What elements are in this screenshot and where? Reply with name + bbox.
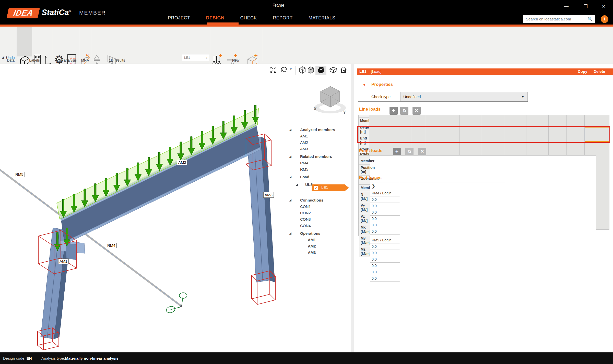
tab-check[interactable]: CHECK — [240, 15, 257, 21]
zoom-extents-icon[interactable] — [270, 66, 277, 74]
home-view-icon[interactable] — [340, 66, 347, 74]
search-input[interactable] — [523, 17, 586, 21]
tree-item[interactable]: ◢ Related members — [288, 153, 352, 160]
group-label-data: Data — [4, 58, 18, 62]
row-expander[interactable]: ❯ — [370, 182, 400, 190]
check-type-select[interactable]: Undefined▼ — [400, 92, 528, 101]
tree-item[interactable]: RM5 — [288, 166, 352, 172]
tree-item[interactable]: ◢ Connections — [288, 197, 352, 203]
column-header: Mz[kNm] — [359, 246, 370, 257]
tree-item[interactable]: ◢ Load — [288, 174, 352, 180]
tree-expand-icon[interactable]: ◢ — [289, 128, 291, 131]
rotate-options-chevron[interactable]: ∨ — [290, 67, 292, 71]
solid-view-icon[interactable] — [317, 66, 325, 74]
beam-am2[interactable] — [60, 123, 261, 244]
tree-item[interactable]: AM3 — [288, 249, 352, 256]
search-box[interactable]: 🔍 — [523, 15, 595, 23]
vz-cell[interactable]: 0.0 — [370, 256, 400, 263]
vy-cell[interactable]: 0.0 — [370, 203, 400, 209]
column-am3[interactable] — [247, 137, 275, 282]
my-cell[interactable]: 0.0 — [370, 269, 400, 275]
members-button[interactable] — [17, 27, 32, 56]
tree-item[interactable]: CON2 — [288, 210, 352, 216]
my-cell[interactable]: 0.0 — [370, 222, 400, 228]
point-loads-title: Point loads — [359, 148, 383, 153]
row-expander[interactable] — [370, 235, 400, 237]
point-loads-add-button[interactable]: + — [393, 148, 401, 156]
tree-expand-icon[interactable]: ◢ — [296, 183, 298, 186]
column-header: Position[m] — [359, 165, 370, 175]
point-loads-copy-button[interactable]: ⧉ — [405, 148, 414, 156]
status-text: Design code: EN Analysis type:Materially… — [3, 356, 119, 360]
end-forces-title: End forces — [359, 175, 382, 180]
logo-statica-text: StatiCa® — [42, 8, 71, 17]
close-button[interactable]: ✕ — [600, 4, 607, 9]
member-cell: RM5 / Begin — [370, 237, 400, 243]
column-header — [359, 182, 370, 185]
clip-view-icon[interactable] — [329, 66, 337, 74]
label-rm5: RM5 — [14, 172, 25, 177]
n-cell[interactable]: 0.0 — [370, 243, 400, 250]
n-cell[interactable]: 0.0 — [370, 196, 400, 203]
tree-item[interactable]: RM4 — [288, 160, 352, 166]
tab-materials[interactable]: MATERIALS — [309, 15, 335, 21]
tree-item[interactable]: ◢ Operations — [288, 230, 352, 237]
idea-logo: IDEA — [7, 8, 40, 18]
tree-item[interactable]: CON1 — [288, 203, 352, 210]
tree-expand-icon[interactable]: ◢ — [289, 175, 291, 178]
tree-item-le1-selected[interactable]: ✓ LE1 — [312, 184, 345, 191]
tree-expand-icon[interactable]: ◢ — [289, 199, 291, 202]
label-am3: AM3 — [263, 192, 274, 198]
tree-expand-icon[interactable]: ◢ — [289, 232, 291, 235]
check-type-label: Check type — [371, 95, 391, 99]
wireframe-view-icon[interactable] — [298, 66, 306, 74]
mz-cell[interactable]: 0.0 — [370, 275, 400, 282]
info-icon[interactable]: i — [601, 15, 608, 23]
mx-cell[interactable]: 0.0 — [370, 216, 400, 222]
mz-cell[interactable]: 0.0 — [370, 228, 400, 235]
member-cell: RM4 / Begin — [370, 190, 400, 196]
search-icon[interactable]: 🔍 — [586, 17, 595, 21]
tab-project[interactable]: PROJECT — [168, 15, 190, 21]
design-code-value: EN — [27, 356, 32, 360]
line-loads-add-button[interactable]: + — [390, 107, 398, 115]
shaded-view-icon[interactable] — [307, 66, 314, 74]
le1-arrow-tip — [345, 184, 349, 191]
tree-item[interactable]: CON4 — [288, 222, 352, 229]
properties-collapse-icon[interactable]: ▼ — [363, 83, 366, 87]
copy-button[interactable]: Copy — [578, 69, 587, 74]
column-header: Mx[kNm] — [359, 224, 370, 235]
navigation-cube[interactable]: X Y — [309, 84, 352, 116]
vy-cell[interactable]: 0.0 — [370, 250, 400, 256]
line-loads-copy-button[interactable]: ⧉ — [400, 107, 408, 115]
tree-item[interactable]: AM1 — [288, 133, 352, 139]
tab-report[interactable]: REPORT — [273, 15, 293, 21]
column-header: N[kN] — [359, 191, 370, 202]
point-loads-delete-button[interactable]: ✕ — [418, 148, 426, 156]
vz-cell[interactable]: 0.0 — [370, 209, 400, 216]
le1-checkbox[interactable]: ✓ — [314, 185, 318, 190]
column-header — [359, 156, 370, 158]
tree-item[interactable]: AM2 — [288, 243, 352, 249]
tree-item[interactable]: CON3 — [288, 216, 352, 222]
panel-header-id: LE1 — [359, 69, 367, 74]
tree-item[interactable]: AM2 — [288, 139, 352, 146]
tree-item[interactable]: ◢ Analyzed members — [288, 126, 352, 133]
result-case-select[interactable]: LE1∨ — [182, 54, 209, 61]
delete-button[interactable]: Delete — [594, 69, 605, 74]
analysis-type-label: Analysis type: — [41, 356, 65, 360]
status-bar: Design code: EN Analysis type:Materially… — [0, 352, 613, 364]
minimize-button[interactable]: — — [562, 4, 570, 9]
tab-design[interactable]: DESIGN — [206, 15, 225, 21]
analysis-type-value: Materially non-linear analysis — [65, 356, 119, 360]
tree-expand-icon[interactable]: ◢ — [289, 155, 291, 158]
restore-button[interactable]: ❐ — [582, 4, 590, 9]
tree-item[interactable]: AM3 — [288, 146, 352, 152]
panel-header: LE1 [Load] Copy Delete — [357, 68, 613, 75]
rotate-view-icon[interactable] — [280, 66, 288, 74]
column-header — [359, 115, 369, 118]
mx-cell[interactable]: 0.0 — [370, 263, 400, 269]
properties-panel: LE1 [Load] Copy Delete ▼ Properties Chec… — [357, 64, 613, 352]
tree-item[interactable]: AM1 — [288, 237, 352, 243]
line-loads-delete-button[interactable]: ✕ — [412, 107, 421, 115]
